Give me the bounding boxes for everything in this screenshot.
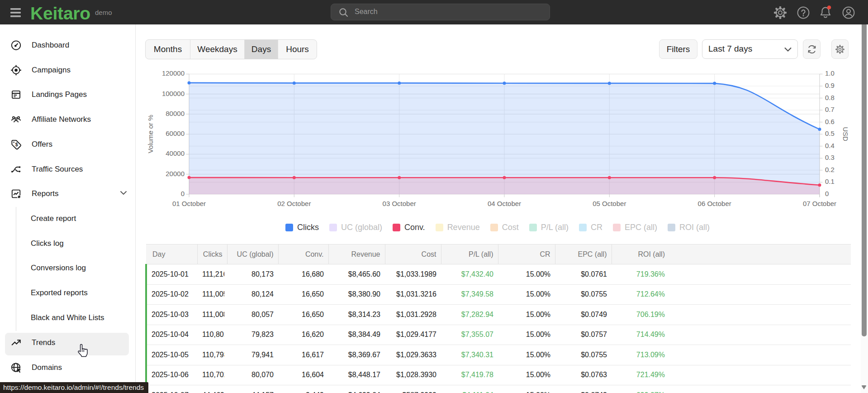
svg-text:02 October: 02 October	[277, 200, 311, 207]
svg-text:0.7: 0.7	[825, 105, 835, 113]
svg-text:1.0: 1.0	[825, 69, 835, 77]
svg-text:06 October: 06 October	[698, 200, 731, 207]
svg-text:0.8: 0.8	[825, 94, 835, 101]
svg-text:80000: 80000	[166, 110, 185, 117]
svg-text:0.1: 0.1	[825, 177, 835, 185]
svg-text:0.4: 0.4	[825, 142, 835, 149]
svg-text:01 October: 01 October	[172, 200, 206, 207]
svg-text:Volume or %: Volume or %	[147, 115, 154, 153]
svg-text:0.9: 0.9	[825, 81, 835, 89]
svg-text:100000: 100000	[162, 90, 185, 97]
svg-text:120000: 120000	[162, 69, 185, 77]
svg-text:0: 0	[825, 190, 829, 197]
svg-text:20000: 20000	[166, 170, 185, 177]
svg-text:0.5: 0.5	[825, 129, 835, 137]
svg-text:0: 0	[181, 190, 185, 197]
svg-text:04 October: 04 October	[488, 200, 521, 207]
svg-text:07 October: 07 October	[803, 200, 836, 207]
svg-text:0.3: 0.3	[825, 153, 835, 161]
svg-text:40000: 40000	[166, 149, 185, 157]
svg-text:0.2: 0.2	[825, 166, 835, 173]
svg-text:$: $	[15, 142, 18, 147]
svg-text:03 October: 03 October	[383, 200, 416, 207]
svg-text:05 October: 05 October	[593, 200, 626, 207]
svg-text:60000: 60000	[166, 129, 185, 137]
svg-text:USD: USD	[842, 127, 849, 141]
svg-text:0.6: 0.6	[825, 118, 835, 125]
